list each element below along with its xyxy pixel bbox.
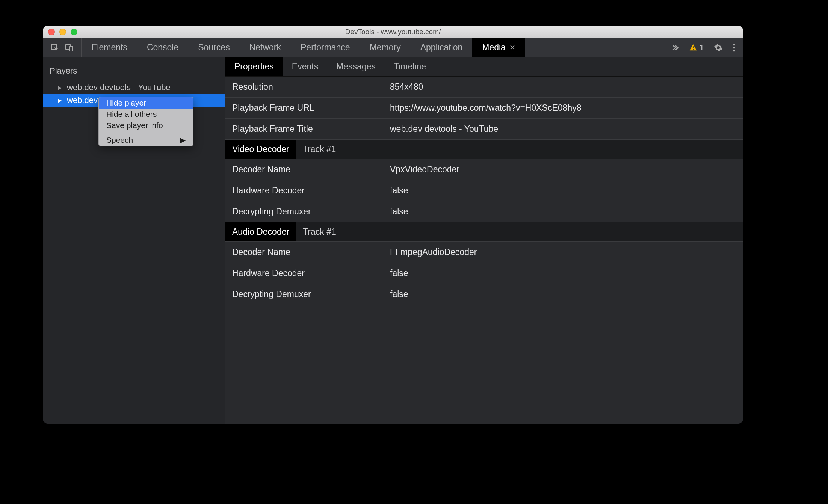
prop-row-video-decoder-name: Decoder Name VpxVideoDecoder <box>225 159 743 180</box>
content-area: Players ▶ web.dev devtools - YouTube ▶ w… <box>43 57 743 424</box>
tab-console[interactable]: Console <box>137 38 188 57</box>
player-context-menu: Hide player Hide all others Save player … <box>98 97 193 146</box>
submenu-arrow-icon: ▶ <box>180 136 186 145</box>
prop-value: false <box>390 186 408 196</box>
tab-sources[interactable]: Sources <box>188 38 239 57</box>
devtools-window: DevTools - www.youtube.com/ Elements Con… <box>43 26 743 424</box>
ctx-separator <box>99 133 193 133</box>
prop-row-playback-url: Playback Frame URL https://www.youtube.c… <box>225 98 743 119</box>
toolbar-right: 1 <box>671 38 743 57</box>
prop-value: web.dev devtools - YouTube <box>390 124 498 134</box>
warnings-badge[interactable]: 1 <box>689 43 704 53</box>
ctx-item-label: Hide player <box>106 98 146 107</box>
prop-value: VpxVideoDecoder <box>390 164 459 175</box>
player-label: web.dev devtools - YouTube <box>67 83 171 92</box>
tab-application[interactable]: Application <box>411 38 473 57</box>
section-video-decoder: Video Decoder Track #1 <box>225 140 743 159</box>
main-tabs: Elements Console Sources Network Perform… <box>82 38 525 57</box>
ctx-hide-player[interactable]: Hide player <box>99 97 193 109</box>
devtools-toolbar: Elements Console Sources Network Perform… <box>43 38 743 57</box>
tab-memory[interactable]: Memory <box>360 38 411 57</box>
svg-point-6 <box>733 47 735 48</box>
prop-value: 854x480 <box>390 82 423 92</box>
prop-value: false <box>390 289 408 299</box>
prop-row-audio-hw-decoder: Hardware Decoder false <box>225 263 743 284</box>
media-panel: Properties Events Messages Timeline Reso… <box>225 57 743 424</box>
svg-rect-3 <box>693 46 694 48</box>
sidebar-header: Players <box>43 57 225 81</box>
prop-label: Resolution <box>232 82 390 92</box>
ctx-hide-all-others[interactable]: Hide all others <box>99 109 193 120</box>
subtab-properties[interactable]: Properties <box>225 57 283 76</box>
prop-value: FFmpegAudioDecoder <box>390 247 477 257</box>
warning-count: 1 <box>700 43 704 53</box>
prop-value: false <box>390 207 408 217</box>
play-triangle-icon: ▶ <box>58 85 63 91</box>
prop-value: https://www.youtube.com/watch?v=H0XScE08… <box>390 103 581 113</box>
settings-icon[interactable] <box>714 43 723 52</box>
prop-label: Hardware Decoder <box>232 186 390 196</box>
inspect-element-icon[interactable] <box>50 43 59 52</box>
subtab-timeline[interactable]: Timeline <box>385 57 435 76</box>
prop-label: Decoder Name <box>232 247 390 257</box>
media-subtabs: Properties Events Messages Timeline <box>225 57 743 77</box>
ctx-speech[interactable]: Speech ▶ <box>99 134 193 146</box>
ctx-item-label: Save player info <box>106 121 163 130</box>
window-title: DevTools - www.youtube.com/ <box>43 28 743 36</box>
ctx-item-label: Hide all others <box>106 110 157 119</box>
prop-label: Decrypting Demuxer <box>232 289 390 299</box>
section-heading: Audio Decoder <box>225 222 296 241</box>
player-item-0[interactable]: ▶ web.dev devtools - YouTube <box>43 81 225 94</box>
ctx-item-label: Speech <box>106 136 133 145</box>
prop-row-video-decrypting-demuxer: Decrypting Demuxer false <box>225 201 743 222</box>
tab-network[interactable]: Network <box>240 38 291 57</box>
section-heading: Video Decoder <box>225 140 296 159</box>
prop-label: Decrypting Demuxer <box>232 207 390 217</box>
titlebar: DevTools - www.youtube.com/ <box>43 26 743 38</box>
empty-row <box>225 305 743 326</box>
prop-row-resolution: Resolution 854x480 <box>225 77 743 98</box>
prop-label: Playback Frame URL <box>232 103 390 113</box>
prop-label: Hardware Decoder <box>232 268 390 278</box>
prop-label: Decoder Name <box>232 164 390 175</box>
players-sidebar: Players ▶ web.dev devtools - YouTube ▶ w… <box>43 57 225 424</box>
tab-performance[interactable]: Performance <box>291 38 360 57</box>
prop-value: false <box>390 268 408 278</box>
close-tab-icon[interactable]: ✕ <box>509 43 515 52</box>
prop-row-audio-decoder-name: Decoder Name FFmpegAudioDecoder <box>225 242 743 263</box>
svg-rect-4 <box>693 49 694 50</box>
subtab-messages[interactable]: Messages <box>327 57 385 76</box>
tab-media[interactable]: Media ✕ <box>472 38 525 57</box>
section-track: Track #1 <box>296 140 343 159</box>
prop-label: Playback Frame Title <box>232 124 390 134</box>
tab-media-label: Media <box>482 42 506 53</box>
kebab-menu-icon[interactable] <box>733 43 736 52</box>
more-tabs-icon[interactable] <box>671 44 679 52</box>
svg-point-7 <box>733 50 735 51</box>
prop-row-playback-title: Playback Frame Title web.dev devtools - … <box>225 119 743 140</box>
prop-row-audio-decrypting-demuxer: Decrypting Demuxer false <box>225 284 743 305</box>
empty-row <box>225 326 743 347</box>
svg-rect-2 <box>70 46 73 51</box>
tab-elements[interactable]: Elements <box>82 38 137 57</box>
ctx-save-player-info[interactable]: Save player info <box>99 120 193 131</box>
subtab-events[interactable]: Events <box>283 57 327 76</box>
play-triangle-icon: ▶ <box>58 97 63 103</box>
section-track: Track #1 <box>296 222 343 241</box>
svg-point-5 <box>733 44 735 45</box>
device-toggle-icon[interactable] <box>65 43 74 52</box>
prop-row-video-hw-decoder: Hardware Decoder false <box>225 180 743 201</box>
section-audio-decoder: Audio Decoder Track #1 <box>225 222 743 242</box>
toolbar-left-icons <box>43 38 82 57</box>
